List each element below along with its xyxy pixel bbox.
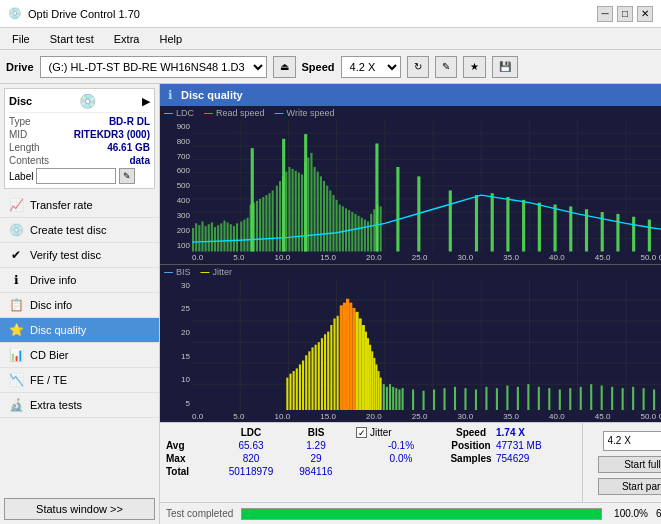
stats-speed-value: 1.74 X [496, 427, 525, 438]
svg-rect-61 [326, 186, 328, 252]
speed-select[interactable]: 4.2 X [341, 56, 401, 78]
svg-rect-43 [268, 193, 270, 251]
legend-write-speed-label: Write speed [287, 108, 335, 118]
stats-header-jitter: ✓ Jitter [356, 427, 446, 438]
legend-write-speed-color: — [275, 108, 284, 118]
svg-rect-123 [315, 344, 317, 410]
status-window-button[interactable]: Status window >> [4, 498, 155, 520]
stats-avg-pos-val: 47731 MB [496, 440, 576, 451]
svg-rect-176 [643, 388, 645, 410]
sidebar-item-create-test-disc[interactable]: 💿 Create test disc [0, 218, 159, 243]
stats-max-empty [346, 453, 356, 464]
disc-type-value: BD-R DL [109, 116, 150, 127]
sidebar-item-disc-quality[interactable]: ⭐ Disc quality [0, 318, 159, 343]
disc-panel-icon: 💿 [79, 93, 96, 109]
svg-rect-114 [286, 377, 288, 410]
disc-mid-row: MID RITEKDR3 (000) [9, 129, 150, 140]
svg-rect-28 [220, 223, 222, 251]
svg-rect-141 [369, 344, 371, 410]
drive-select[interactable]: (G:) HL-DT-ST BD-RE WH16NS48 1.D3 [40, 56, 267, 78]
svg-rect-48 [285, 172, 287, 252]
app-icon: 💿 [8, 7, 22, 20]
stats-header-jitter-label: Jitter [370, 427, 392, 438]
progress-time: 63:08 [656, 508, 661, 519]
legend-bis: — BIS [164, 267, 191, 277]
svg-rect-157 [443, 388, 445, 410]
svg-rect-175 [632, 386, 634, 410]
start-part-button[interactable]: Start part [598, 478, 662, 495]
svg-rect-150 [392, 386, 394, 410]
legend-read-speed: — Read speed [204, 108, 265, 118]
stats-max-samples-val: 754629 [496, 453, 576, 464]
stats-col-empty0 [166, 427, 216, 438]
disc-info-icon: 📋 [8, 298, 24, 312]
svg-rect-149 [389, 384, 391, 410]
svg-rect-170 [580, 386, 582, 410]
stats-header-row: LDC BIS ✓ Jitter Speed 1.74 X [166, 427, 576, 438]
svg-rect-69 [351, 212, 353, 251]
disc-label-label: Label [9, 171, 33, 182]
svg-rect-146 [380, 377, 382, 410]
sidebar-item-drive-info[interactable]: ℹ Drive info [0, 268, 159, 293]
svg-rect-66 [342, 206, 344, 251]
sidebar: Disc 💿 ▶ Type BD-R DL MID RITEKDR3 (000)… [0, 84, 160, 524]
disc-quality-header: ℹ Disc quality [160, 84, 661, 106]
svg-rect-120 [305, 355, 307, 410]
sidebar-item-transfer-rate[interactable]: 📈 Transfer rate [0, 193, 159, 218]
close-button[interactable]: ✕ [637, 6, 653, 22]
svg-rect-152 [398, 389, 400, 410]
start-full-button[interactable]: Start full [598, 456, 662, 473]
svg-rect-126 [324, 334, 326, 410]
stats-total-row: Total 50118979 984116 [166, 466, 576, 477]
sidebar-item-cd-bier[interactable]: 📊 CD Bier [0, 343, 159, 368]
svg-rect-34 [240, 221, 242, 251]
svg-rect-55 [307, 158, 309, 252]
stats-table: LDC BIS ✓ Jitter Speed 1.74 X Avg 65.63 [160, 423, 582, 502]
sidebar-item-extra-tests[interactable]: 🔬 Extra tests [0, 393, 159, 418]
jitter-checkbox[interactable]: ✓ [356, 427, 367, 438]
progress-bar-inner [242, 509, 601, 519]
svg-rect-140 [367, 338, 369, 410]
svg-rect-169 [569, 388, 571, 410]
svg-rect-151 [395, 388, 397, 410]
stats-bar: LDC BIS ✓ Jitter Speed 1.74 X Avg 65.63 [160, 422, 661, 502]
stats-avg-jitter: -0.1% [356, 440, 446, 451]
eject-button[interactable]: ⏏ [273, 56, 296, 78]
titlebar-left: 💿 Opti Drive Control 1.70 [8, 7, 140, 20]
edit-button[interactable]: ✎ [435, 56, 457, 78]
svg-rect-62 [329, 190, 331, 251]
menu-help[interactable]: Help [155, 31, 186, 47]
cd-bier-icon: 📊 [8, 348, 24, 362]
sidebar-item-disc-info[interactable]: 📋 Disc info [0, 293, 159, 318]
legend-jitter-color: — [201, 267, 210, 277]
stats-max-row: Max 820 29 0.0% Samples 754629 [166, 453, 576, 464]
menu-starttest[interactable]: Start test [46, 31, 98, 47]
refresh-button[interactable]: ↻ [407, 56, 429, 78]
svg-rect-76 [373, 209, 375, 251]
sidebar-item-verify-test-disc[interactable]: ✔ Verify test disc [0, 243, 159, 268]
maximize-button[interactable]: □ [617, 6, 633, 22]
disc-label-input[interactable] [36, 168, 116, 184]
svg-rect-25 [211, 222, 213, 251]
drive-label: Drive [6, 61, 34, 73]
menu-file[interactable]: File [8, 31, 34, 47]
minimize-button[interactable]: ─ [597, 6, 613, 22]
stats-header-ldc: LDC [216, 427, 286, 438]
svg-rect-24 [208, 224, 210, 251]
svg-rect-60 [323, 181, 325, 251]
disc-label-edit-button[interactable]: ✎ [119, 168, 135, 184]
svg-rect-71 [358, 216, 360, 252]
speed-selector[interactable]: 4.2 X [603, 431, 662, 451]
save-button[interactable]: 💾 [492, 56, 518, 78]
svg-rect-88 [506, 197, 509, 251]
disc-quality-icon: ⭐ [8, 323, 24, 337]
svg-rect-125 [321, 338, 323, 410]
menu-extra[interactable]: Extra [110, 31, 144, 47]
svg-rect-153 [402, 388, 404, 410]
svg-rect-137 [359, 318, 362, 410]
stats-max-samples-label: Samples [446, 453, 496, 464]
star-button[interactable]: ★ [463, 56, 486, 78]
svg-rect-95 [616, 214, 619, 252]
sidebar-item-fe-te[interactable]: 📉 FE / TE [0, 368, 159, 393]
svg-rect-87 [491, 193, 494, 251]
